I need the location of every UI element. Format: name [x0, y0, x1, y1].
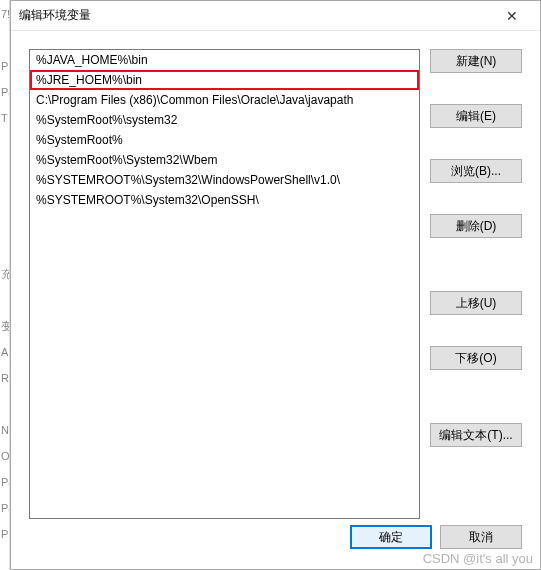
dialog-content: %JAVA_HOME%\bin%JRE_HOEM%\binC:\Program …	[11, 31, 540, 519]
cancel-button[interactable]: 取消	[440, 525, 522, 549]
list-item[interactable]: %JRE_HOEM%\bin	[30, 70, 419, 90]
new-button[interactable]: 新建(N)	[430, 49, 522, 73]
list-item[interactable]: %SystemRoot%	[30, 130, 419, 150]
list-item[interactable]: C:\Program Files (x86)\Common Files\Orac…	[30, 90, 419, 110]
list-item[interactable]: %SYSTEMROOT%\System32\OpenSSH\	[30, 190, 419, 210]
path-listbox[interactable]: %JAVA_HOME%\bin%JRE_HOEM%\binC:\Program …	[29, 49, 420, 519]
edit-text-button[interactable]: 编辑文本(T)...	[430, 423, 522, 447]
side-button-column: 新建(N) 编辑(E) 浏览(B)... 删除(D) 上移(U) 下移(O) 编…	[430, 49, 522, 519]
edit-env-var-dialog: 编辑环境变量 ✕ %JAVA_HOME%\bin%JRE_HOEM%\binC:…	[10, 0, 541, 570]
browse-button[interactable]: 浏览(B)...	[430, 159, 522, 183]
list-item[interactable]: %SystemRoot%\system32	[30, 110, 419, 130]
ok-button[interactable]: 确定	[350, 525, 432, 549]
close-icon[interactable]: ✕	[492, 2, 532, 30]
move-down-button[interactable]: 下移(O)	[430, 346, 522, 370]
dialog-title: 编辑环境变量	[19, 7, 492, 24]
edit-button[interactable]: 编辑(E)	[430, 104, 522, 128]
delete-button[interactable]: 删除(D)	[430, 214, 522, 238]
list-item[interactable]: %SystemRoot%\System32\Wbem	[30, 150, 419, 170]
titlebar: 编辑环境变量 ✕	[11, 1, 540, 31]
dialog-footer: 确定 取消	[11, 519, 540, 569]
list-item[interactable]: %SYSTEMROOT%\System32\WindowsPowerShell\…	[30, 170, 419, 190]
list-item[interactable]: %JAVA_HOME%\bin	[30, 50, 419, 70]
move-up-button[interactable]: 上移(U)	[430, 291, 522, 315]
background-window-clip: 7!PPaT充变ARNOPaPaPF	[0, 0, 10, 570]
